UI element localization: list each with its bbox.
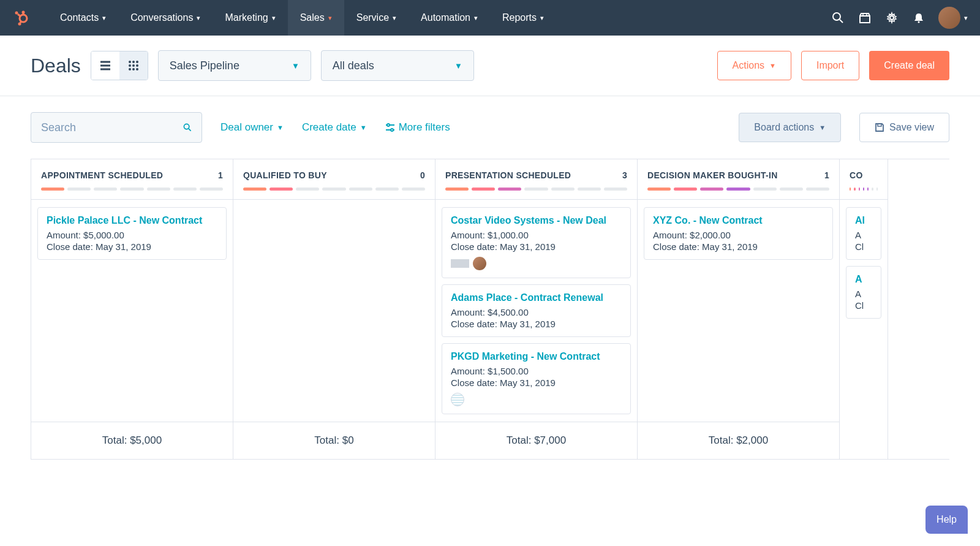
hubspot-logo[interactable] — [12, 9, 29, 26]
deal-close-date: Close date: May 31, 2019 — [47, 241, 217, 252]
svg-point-1 — [22, 11, 25, 14]
chevron-down-icon: ▾ — [393, 14, 396, 22]
board-column: QUALIFIED TO BUY0Total: $0 — [233, 159, 435, 459]
column-header: DECISION MAKER BOUGHT-IN1 — [638, 159, 839, 200]
column-body: Pickle Palace LLC - New ContractAmount: … — [31, 200, 233, 422]
svg-point-29 — [387, 124, 390, 126]
deal-title: XYZ Co. - New Contract — [653, 215, 824, 226]
grid-icon — [127, 60, 140, 71]
board-scroll[interactable]: APPOINTMENT SCHEDULED1Pickle Palace LLC … — [0, 159, 980, 478]
deal-card[interactable]: AlACl — [846, 207, 881, 260]
search-box — [31, 112, 202, 143]
board-view-button[interactable] — [119, 51, 148, 80]
save-view-button[interactable]: Save view — [859, 113, 949, 142]
deal-meta — [451, 393, 622, 406]
column-count: 0 — [420, 170, 425, 180]
create-deal-button[interactable]: Create deal — [869, 51, 949, 80]
chevron-down-icon: ▾ — [272, 14, 276, 22]
deal-amount: Amount: $4,500.00 — [451, 307, 622, 317]
nav-item-sales[interactable]: Sales▾ — [288, 0, 344, 36]
more-filters-button[interactable]: More filters — [385, 121, 450, 134]
search-icon-button[interactable] — [824, 4, 851, 31]
globe-icon — [451, 393, 464, 406]
import-button[interactable]: Import — [801, 51, 859, 80]
chevron-down-icon: ▾ — [102, 14, 106, 22]
chevron-down-icon: ▼ — [292, 61, 300, 70]
deal-card[interactable]: XYZ Co. - New ContractAmount: $2,000.00C… — [644, 207, 833, 260]
column-name: APPOINTMENT SCHEDULED — [41, 170, 163, 180]
pipeline-select[interactable]: Sales Pipeline ▼ — [158, 50, 311, 81]
svg-point-17 — [129, 61, 131, 63]
search-icon — [183, 121, 192, 134]
svg-line-8 — [840, 20, 843, 23]
deal-amount: Amount: $2,000.00 — [653, 230, 824, 240]
deal-title: Pickle Palace LLC - New Contract — [47, 215, 217, 226]
column-progress — [243, 188, 425, 191]
chevron-down-icon: ▼ — [360, 124, 367, 131]
nav-item-conversations[interactable]: Conversations▾ — [118, 0, 213, 36]
nav-item-reports[interactable]: Reports▾ — [490, 0, 556, 36]
column-header: PRESENTATION SCHEDULED3 — [435, 159, 637, 200]
chevron-down-icon: ▼ — [277, 124, 284, 131]
notifications-icon-button[interactable] — [905, 4, 932, 31]
marketplace-icon-button[interactable] — [851, 4, 878, 31]
nav-item-label: Service — [356, 12, 389, 23]
board-column: COAlAClAACl — [839, 159, 888, 459]
svg-point-12 — [890, 16, 894, 20]
create-date-filter[interactable]: Create date ▼ — [302, 121, 367, 134]
column-progress — [41, 188, 223, 191]
svg-point-20 — [129, 64, 131, 67]
save-icon — [875, 123, 884, 132]
chevron-down-icon: ▼ — [819, 124, 826, 131]
actions-button[interactable]: Actions ▼ — [717, 51, 791, 80]
deal-title: PKGD Marketing - New Contract — [451, 351, 622, 362]
user-avatar[interactable] — [938, 7, 960, 29]
deal-title: Adams Place - Contract Renewal — [451, 292, 622, 303]
nav-item-service[interactable]: Service▾ — [344, 0, 409, 36]
column-progress — [445, 188, 627, 191]
svg-line-27 — [189, 129, 191, 131]
deal-close-date: Close date: May 31, 2019 — [653, 241, 824, 252]
deal-card[interactable]: AACl — [846, 266, 881, 319]
chevron-down-icon: ▼ — [769, 62, 776, 69]
svg-point-13 — [918, 21, 920, 23]
chevron-down-icon: ▾ — [328, 14, 332, 22]
settings-icon-button[interactable] — [878, 4, 905, 31]
marketplace-icon — [859, 12, 871, 24]
column-progress — [850, 188, 878, 191]
column-progress — [647, 188, 829, 191]
nav-item-marketing[interactable]: Marketing▾ — [213, 0, 287, 36]
column-total: Total: $5,000 — [31, 422, 233, 459]
chevron-down-icon: ▾ — [197, 14, 200, 22]
column-name: QUALIFIED TO BUY — [243, 170, 327, 180]
list-view-button[interactable] — [91, 51, 119, 80]
deal-card[interactable]: Adams Place - Contract RenewalAmount: $4… — [442, 284, 631, 337]
svg-line-6 — [20, 21, 21, 23]
deal-card[interactable]: PKGD Marketing - New ContractAmount: $1,… — [442, 343, 631, 414]
deal-owner-filter[interactable]: Deal owner ▼ — [221, 121, 284, 134]
filter-icon — [385, 123, 395, 132]
nav-item-label: Contacts — [60, 12, 99, 23]
column-body: AlAClAACl — [840, 200, 888, 459]
column-total: Total: $2,000 — [638, 422, 839, 459]
deal-card[interactable]: Costar Video Systems - New DealAmount: $… — [442, 207, 631, 278]
nav-item-label: Automation — [421, 12, 470, 23]
deal-title: Costar Video Systems - New Deal — [451, 215, 622, 226]
list-icon — [99, 60, 111, 71]
deal-card[interactable]: Pickle Palace LLC - New ContractAmount: … — [37, 207, 227, 260]
deal-close-date: Close date: May 31, 2019 — [451, 319, 622, 329]
bell-icon — [913, 12, 925, 24]
column-name: DECISION MAKER BOUGHT-IN — [647, 170, 778, 180]
deal-amount: A — [855, 289, 872, 299]
kanban-board: APPOINTMENT SCHEDULED1Pickle Palace LLC … — [31, 159, 949, 460]
avatar-menu-caret[interactable]: ▾ — [964, 14, 968, 22]
gear-icon — [886, 12, 898, 24]
board-actions-button[interactable]: Board actions ▼ — [739, 113, 841, 142]
svg-point-31 — [391, 129, 393, 131]
search-input[interactable] — [41, 121, 183, 134]
nav-item-contacts[interactable]: Contacts▾ — [48, 0, 118, 36]
deals-filter-select[interactable]: All deals ▼ — [321, 50, 474, 81]
deal-amount: Amount: $5,000.00 — [47, 230, 217, 240]
column-name: CO — [850, 170, 863, 180]
nav-item-automation[interactable]: Automation▾ — [409, 0, 490, 36]
